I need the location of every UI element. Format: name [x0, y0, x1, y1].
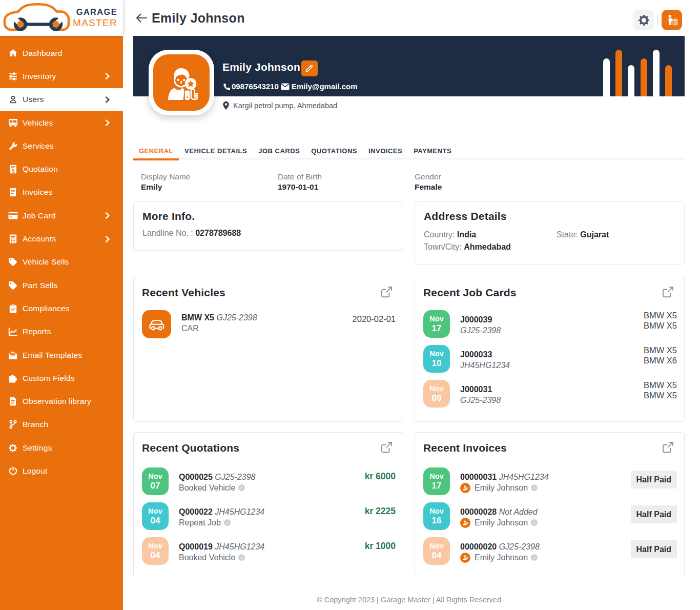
svg-text:GARAGE: GARAGE: [76, 7, 117, 16]
svg-text:MASTER: MASTER: [73, 17, 117, 28]
